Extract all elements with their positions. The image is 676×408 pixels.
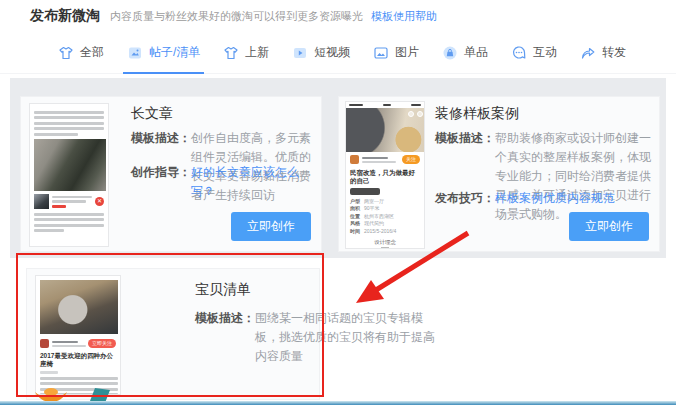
long-article-preview: ✕ — [29, 103, 109, 247]
tab-label: 互动 — [533, 44, 557, 61]
chair-photo — [40, 280, 118, 334]
tab-interaction[interactable]: 互动 — [511, 32, 557, 74]
publish-tips: 发布技巧： 样板案例优质内容规范 — [435, 189, 655, 208]
chat-icon — [511, 45, 527, 61]
follow-button[interactable]: 关注 — [402, 155, 420, 164]
template-help-link[interactable]: 模板使用帮助 — [371, 9, 437, 24]
window-bottom-edge — [0, 401, 676, 405]
create-now-button[interactable]: 立即创作 — [569, 212, 649, 241]
template-card-decoration-case: 关注 民宿改造，只为做最好的自己 户型两室一厅 面积90平米 位置杭州市西湖区 … — [338, 96, 660, 252]
tab-single-item[interactable]: 单品 — [442, 32, 488, 74]
card-title: 长文章 — [131, 105, 173, 123]
text-line — [52, 200, 86, 203]
divider — [381, 247, 389, 248]
tab-label: 全部 — [80, 44, 104, 61]
text-line — [34, 111, 104, 114]
author-name — [52, 339, 88, 349]
avatar — [350, 155, 359, 164]
product-image — [34, 194, 49, 209]
author-row: 关注 — [346, 152, 424, 168]
prop-label: 风格 — [350, 220, 364, 228]
tab-label: 帖子/清单 — [149, 44, 200, 61]
section-heading: 设计理念 — [346, 239, 424, 246]
preview-title: 2017最受欢迎的四种办公座椅 — [40, 351, 116, 369]
shirt-icon — [58, 45, 74, 61]
card-title: 宝贝清单 — [195, 281, 251, 299]
tab-short-video[interactable]: 短视频 — [292, 32, 350, 74]
guide-label: 创作指导： — [131, 163, 191, 201]
price-text — [52, 205, 66, 208]
tab-pictures[interactable]: 图片 — [373, 32, 419, 74]
product-bag-icon — [442, 45, 458, 61]
tab-label: 单品 — [464, 44, 488, 61]
picture-icon — [373, 45, 389, 61]
house-properties: 户型两室一厅 面积90平米 位置杭州市西湖区 风格现代简约 时间2015/5-2… — [346, 197, 424, 237]
page-subtitle: 内容质量与粉丝效果好的微淘可以得到更多资源曝光 — [110, 9, 363, 24]
page-title: 发布新微淘 — [30, 7, 100, 25]
description-label: 模板描述： — [435, 129, 495, 224]
description-label: 模板描述： — [195, 309, 255, 366]
tips-link[interactable]: 样板案例优质内容规范 — [495, 189, 615, 208]
prop-value: 90平米 — [364, 205, 380, 213]
text-line — [34, 213, 104, 216]
room-photo — [346, 108, 425, 152]
author-name — [362, 155, 402, 165]
template-description: 模板描述： 围绕某一相同话题的宝贝专辑模板，挑选优质的宝贝将有助于提高内容质量 — [195, 309, 445, 366]
product-card: ✕ — [34, 194, 104, 210]
prop-value: 杭州市西湖区 — [364, 213, 394, 221]
page-header: 发布新微淘 内容质量与粉丝效果好的微淘可以得到更多资源曝光 模板使用帮助 — [0, 0, 676, 32]
text-line — [34, 218, 104, 221]
tab-label: 转发 — [602, 44, 626, 61]
text-line — [34, 122, 104, 125]
description-text: 帮助装修商家或设计师创建一个真实的整屋样板案例，体现专业能力；同时给消费者提供灵… — [495, 129, 655, 224]
tab-forward[interactable]: 转发 — [580, 32, 626, 74]
product-list-preview: 立即关注 2017最受欢迎的四种办公座椅 — [35, 275, 121, 395]
shirt-new-icon — [223, 45, 239, 61]
template-card-product-list: 立即关注 2017最受欢迎的四种办公座椅 宝贝清单 模板描述： 围绕某一相同话题… — [26, 268, 320, 400]
preview-title: 民宿改造，只为做最好的自己 — [346, 168, 424, 186]
tab-label: 图片 — [395, 44, 419, 61]
picture-list-icon — [127, 45, 143, 61]
follow-button[interactable]: 立即关注 — [88, 339, 116, 348]
decoration-case-preview: 关注 民宿改造，只为做最好的自己 户型两室一厅 面积90平米 位置杭州市西湖区 … — [345, 101, 425, 249]
tips-label: 发布技巧： — [435, 189, 495, 208]
template-description: 模板描述： 帮助装修商家或设计师创建一个真实的整屋样板案例，体现专业能力；同时给… — [435, 129, 655, 224]
share-arrow-icon — [580, 45, 596, 61]
prop-value: 2015/5-2016/4 — [364, 228, 396, 236]
weitao-publish-page: 发布新微淘 内容质量与粉丝效果好的微淘可以得到更多资源曝光 模板使用帮助 全部 … — [0, 0, 676, 408]
prop-label: 位置 — [350, 213, 364, 221]
create-now-button[interactable]: 立即创作 — [231, 212, 311, 241]
prop-value: 两室一厅 — [364, 198, 384, 206]
tab-posts-lists[interactable]: 帖子/清单 — [127, 32, 200, 74]
tag-badge — [350, 188, 380, 195]
tab-label: 短视频 — [314, 44, 350, 61]
text-line — [34, 224, 104, 227]
video-play-icon — [292, 45, 308, 61]
prop-label: 户型 — [350, 198, 364, 206]
prop-label: 面积 — [350, 205, 364, 213]
prop-label: 时间 — [350, 228, 364, 236]
tab-all[interactable]: 全部 — [58, 32, 104, 74]
text-line — [52, 196, 92, 199]
tab-new-arrivals[interactable]: 上新 — [223, 32, 269, 74]
more-circle-icon — [417, 111, 423, 117]
delete-icon: ✕ — [95, 197, 104, 206]
template-card-long-article: ✕ 长文章 模板描述： 创作自由度高，多元素组件灵活编辑。优质的长文章更容易黏住… — [20, 96, 322, 252]
text-line — [34, 116, 104, 119]
card-title: 装修样板案例 — [435, 105, 519, 123]
text-line — [34, 229, 64, 232]
text-line — [34, 127, 104, 130]
article-photo — [34, 139, 106, 191]
avatar — [40, 339, 49, 348]
creation-guide: 创作指导： 好的长文章应该怎么写？ — [131, 163, 317, 201]
tab-label: 上新 — [245, 44, 269, 61]
prop-value: 现代简约 — [364, 220, 384, 228]
category-tabbar: 全部 帖子/清单 上新 短视频 图片 单品 — [0, 32, 676, 74]
text-line — [34, 133, 78, 136]
description-text: 围绕某一相同话题的宝贝专辑模板，挑选优质的宝贝将有助于提高内容质量 — [255, 309, 445, 366]
author-row: 立即关注 — [40, 337, 116, 351]
guide-link[interactable]: 好的长文章应该怎么写？ — [191, 163, 317, 201]
share-circle-icon — [408, 111, 414, 117]
active-tab-underline — [123, 72, 204, 74]
